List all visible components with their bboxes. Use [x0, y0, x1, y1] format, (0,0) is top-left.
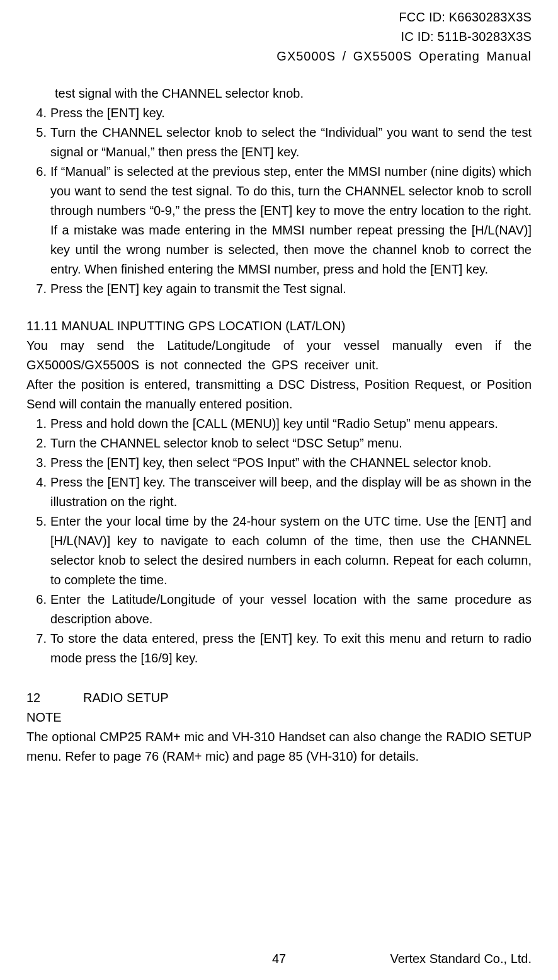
list-item: 7. Press the [ENT] key again to transmit… [26, 279, 532, 299]
page-content: test signal with the CHANNEL selector kn… [26, 84, 532, 766]
list-item-text: Turn the CHANNEL selector knob to select… [50, 123, 532, 162]
note-body: The optional CMP25 RAM+ mic and VH-310 H… [26, 727, 532, 766]
list-item-number: 5. [26, 123, 50, 162]
ic-id-line: IC ID: 511B-30283X3S [26, 27, 532, 47]
model-title-line: GX5000S / GX5500S Operating Manual [26, 47, 532, 66]
list-item: 4. Press the [ENT] key. The transceiver … [26, 473, 532, 512]
list-item-number: 6. [26, 162, 50, 279]
list-item-number: 2. [26, 434, 50, 453]
list-item-text: Press and hold down the [CALL (MENU)] ke… [50, 414, 532, 434]
continued-list-item-text: test signal with the CHANNEL selector kn… [55, 84, 532, 103]
list-item: 2. Turn the CHANNEL selector knob to sel… [26, 434, 532, 453]
list-item-text: Press the [ENT] key. [50, 103, 532, 123]
spacer [26, 299, 532, 316]
list-item-text: To store the data entered, press the [EN… [50, 629, 532, 668]
list-item: 5. Turn the CHANNEL selector knob to sel… [26, 123, 532, 162]
section-11-11-heading: 11.11 MANUAL INPUTTING GPS LOCATION (LAT… [26, 316, 532, 336]
page-footer: 47 Vertex Standard Co., Ltd. [26, 949, 532, 969]
section-11-11-paragraph-2: After the position is entered, transmitt… [26, 375, 532, 414]
note-label: NOTE [26, 708, 532, 727]
section-number: 12 [26, 688, 83, 708]
fcc-id-line: FCC ID: K6630283X3S [26, 8, 532, 27]
list-item-number: 1. [26, 414, 50, 434]
list-item: 6. If “Manual” is selected at the previo… [26, 162, 532, 279]
list-item-number: 6. [26, 590, 50, 629]
page-number: 47 [272, 949, 286, 969]
list-item-text: If “Manual” is selected at the previous … [50, 162, 532, 279]
list-item: 1. Press and hold down the [CALL (MENU)]… [26, 414, 532, 434]
page-header: FCC ID: K6630283X3S IC ID: 511B-30283X3S… [26, 8, 532, 66]
list-item-text: Press the [ENT] key, then select “POS In… [50, 453, 532, 473]
list-item: 3. Press the [ENT] key, then select “POS… [26, 453, 532, 473]
list-item-text: Turn the CHANNEL selector knob to select… [50, 434, 532, 453]
list-item-number: 5. [26, 512, 50, 590]
list-item-number: 7. [26, 629, 50, 668]
list-item-number: 4. [26, 473, 50, 512]
list-item: 4. Press the [ENT] key. [26, 103, 532, 123]
list-item-text: Enter the your local time by the 24-hour… [50, 512, 532, 590]
page: FCC ID: K6630283X3S IC ID: 511B-30283X3S… [0, 0, 558, 980]
list-item-text: Press the [ENT] key. The transceiver wil… [50, 473, 532, 512]
list-item-text: Enter the Latitude/Longitude of your ves… [50, 590, 532, 629]
list-item-number: 7. [26, 279, 50, 299]
procedure-list-a: 4. Press the [ENT] key. 5. Turn the CHAN… [26, 103, 532, 299]
section-11-11-paragraph-1: You may send the Latitude/Longitude of y… [26, 336, 532, 375]
procedure-list-b: 1. Press and hold down the [CALL (MENU)]… [26, 414, 532, 668]
section-title: RADIO SETUP [83, 691, 169, 705]
footer-company: Vertex Standard Co., Ltd. [390, 949, 532, 969]
list-item-text: Press the [ENT] key again to transmit th… [50, 279, 532, 299]
list-item: 6. Enter the Latitude/Longitude of your … [26, 590, 532, 629]
list-item-number: 4. [26, 103, 50, 123]
list-item: 5. Enter the your local time by the 24-h… [26, 512, 532, 590]
spacer [26, 668, 532, 688]
section-12-heading: 12RADIO SETUP [26, 688, 532, 708]
list-item-number: 3. [26, 453, 50, 473]
list-item: 7. To store the data entered, press the … [26, 629, 532, 668]
